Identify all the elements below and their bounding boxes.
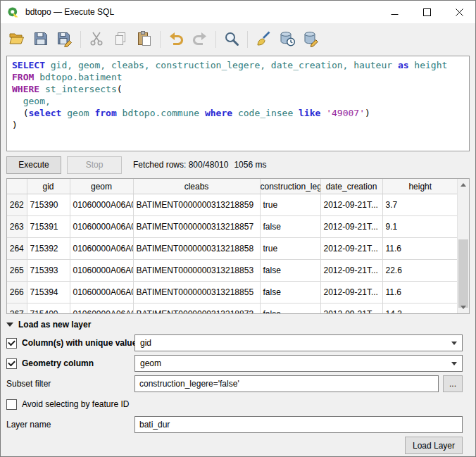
table-row[interactable]: 26371539101060000A06A0...BATIMENT0000000… xyxy=(7,216,458,238)
stop-button[interactable]: Stop xyxy=(67,156,122,174)
column-header-cleabs[interactable]: cleabs xyxy=(133,179,260,194)
elapsed-time: 1056 ms xyxy=(234,160,266,170)
unique-values-checkbox[interactable] xyxy=(6,338,17,349)
table-cell[interactable]: 01060000A06A0... xyxy=(70,194,133,216)
table-cell[interactable]: 3.7 xyxy=(382,194,458,216)
table-row[interactable]: 26571539301060000A06A0...BATIMENT0000000… xyxy=(7,260,458,282)
table-cell[interactable]: 2012-09-21T... xyxy=(320,194,382,216)
table-cell[interactable]: 01060000A06A0... xyxy=(70,282,133,303)
table-cell[interactable]: 2012-09-21T... xyxy=(320,282,382,303)
table-cell[interactable]: false xyxy=(260,303,320,315)
table-cell[interactable]: 715391 xyxy=(27,216,70,238)
table-cell[interactable]: true xyxy=(260,238,320,260)
clear-button[interactable] xyxy=(252,28,275,51)
row-number-cell[interactable]: 262 xyxy=(7,194,27,216)
table-cell[interactable]: 01060000A06A0... xyxy=(70,260,133,282)
table-cell[interactable]: BATIMENT0000000313218858 xyxy=(133,238,260,260)
table-cell[interactable]: 715392 xyxy=(27,238,70,260)
column-header-date_creation[interactable]: date_creation xyxy=(320,179,382,194)
toolbar xyxy=(1,23,475,56)
query-history-button[interactable] xyxy=(276,28,299,51)
table-cell[interactable]: 2012-09-21T... xyxy=(320,260,382,282)
unique-values-combo[interactable]: gid xyxy=(134,334,463,351)
scroll-up-arrow-icon[interactable] xyxy=(458,179,469,191)
table-cell[interactable]: 2012-09-21T... xyxy=(320,303,382,315)
table-cell[interactable]: true xyxy=(260,194,320,216)
subset-filter-input[interactable] xyxy=(134,375,439,392)
browse-button[interactable]: ... xyxy=(443,375,463,392)
table-row[interactable]: 26271539001060000A06A0...BATIMENT0000000… xyxy=(7,194,458,216)
cut-button[interactable] xyxy=(85,28,108,51)
open-file-icon xyxy=(8,30,25,49)
unique-values-combo-value: gid xyxy=(140,338,151,348)
scrollbar-thumb[interactable] xyxy=(458,239,468,308)
window-controls xyxy=(378,1,475,23)
table-cell[interactable]: 715390 xyxy=(27,194,70,216)
execute-button[interactable]: Execute xyxy=(6,156,61,174)
column-header-gid[interactable]: gid xyxy=(27,179,70,194)
table-cell[interactable]: 22.6 xyxy=(382,260,458,282)
row-number-cell[interactable]: 264 xyxy=(7,238,27,260)
table-row[interactable]: 26471539201060000A06A0...BATIMENT0000000… xyxy=(7,238,458,260)
table-cell[interactable]: 11.6 xyxy=(382,282,458,303)
find-button[interactable] xyxy=(220,28,243,51)
paste-icon xyxy=(136,30,153,49)
table-vertical-scrollbar[interactable] xyxy=(457,179,469,313)
redo-icon xyxy=(192,30,208,49)
paste-button[interactable] xyxy=(133,28,156,51)
sql-editor[interactable]: SELECT gid, geom, cleabs, construction_l… xyxy=(6,56,470,151)
row-number-cell[interactable]: 265 xyxy=(7,260,27,282)
row-number-cell[interactable]: 263 xyxy=(7,216,27,238)
chevron-down-icon xyxy=(451,362,457,365)
geometry-column-combo[interactable]: geom xyxy=(134,355,463,372)
close-button[interactable] xyxy=(443,1,475,23)
table-cell[interactable]: BATIMENT0000000313218857 xyxy=(133,216,260,238)
table-cell[interactable]: false xyxy=(260,282,320,303)
geometry-column-checkbox[interactable] xyxy=(6,358,17,369)
save-button[interactable] xyxy=(30,28,52,51)
undo-button[interactable] xyxy=(165,28,187,51)
table-cell[interactable]: BATIMENT0000000313218873 xyxy=(133,303,260,315)
table-cell[interactable]: BATIMENT0000000313218859 xyxy=(133,194,260,216)
copy-button[interactable] xyxy=(109,28,132,51)
save-as-button[interactable] xyxy=(54,28,76,51)
window-title: bdtopo — Execute SQL xyxy=(25,7,378,17)
table-cell[interactable]: 01060000A06A0... xyxy=(70,238,133,260)
create-view-button[interactable] xyxy=(300,28,322,51)
table-cell[interactable]: 2012-09-21T... xyxy=(320,216,382,238)
table-cell[interactable]: 01060000A06A0... xyxy=(70,216,133,238)
table-cell[interactable]: false xyxy=(260,216,320,238)
load-panel-header[interactable]: Load as new layer xyxy=(6,318,463,332)
table-cell[interactable]: BATIMENT0000000313218855 xyxy=(133,282,260,303)
table-cell[interactable]: 01060000A06A0... xyxy=(70,303,133,315)
qgis-logo-icon xyxy=(7,6,20,18)
avoid-feature-id-checkbox[interactable] xyxy=(6,399,17,410)
layer-name-label: Layer name xyxy=(6,420,51,430)
table-cell[interactable]: 715394 xyxy=(27,282,70,303)
redo-button[interactable] xyxy=(189,28,211,51)
table-cell[interactable]: 14.3 xyxy=(382,303,458,315)
scroll-down-arrow-icon[interactable] xyxy=(458,301,469,313)
layer-name-input[interactable] xyxy=(134,416,463,433)
column-header-construction_legere[interactable]: construction_legere xyxy=(260,179,320,194)
column-header-geom[interactable]: geom xyxy=(70,179,133,194)
load-layer-button[interactable]: Load Layer xyxy=(405,437,463,454)
table-cell[interactable]: false xyxy=(260,260,320,282)
row-number-cell[interactable]: 266 xyxy=(7,282,27,303)
table-cell[interactable]: 9.1 xyxy=(382,216,458,238)
table-cell[interactable]: 11.6 xyxy=(382,238,458,260)
table-cell[interactable]: 715400 xyxy=(27,303,70,315)
table-cell[interactable]: 2012-09-21T... xyxy=(320,238,382,260)
geometry-column-row: Geometry column geom xyxy=(6,355,463,372)
column-header-height[interactable]: height xyxy=(382,179,458,194)
results-area: gidgeomcleabsconstruction_legeredate_cre… xyxy=(6,178,470,314)
maximize-button[interactable] xyxy=(411,1,443,23)
table-row[interactable]: 26671539401060000A06A0...BATIMENT0000000… xyxy=(7,282,458,303)
minimize-button[interactable] xyxy=(378,1,411,23)
open-file-button[interactable] xyxy=(6,28,28,51)
table-row[interactable]: 26771540001060000A06A0...BATIMENT0000000… xyxy=(7,303,458,315)
table-cell[interactable]: 715393 xyxy=(27,260,70,282)
row-number-cell[interactable]: 267 xyxy=(7,303,27,315)
unique-values-label: Column(s) with unique values xyxy=(22,338,142,348)
table-cell[interactable]: BATIMENT0000000313218853 xyxy=(133,260,260,282)
